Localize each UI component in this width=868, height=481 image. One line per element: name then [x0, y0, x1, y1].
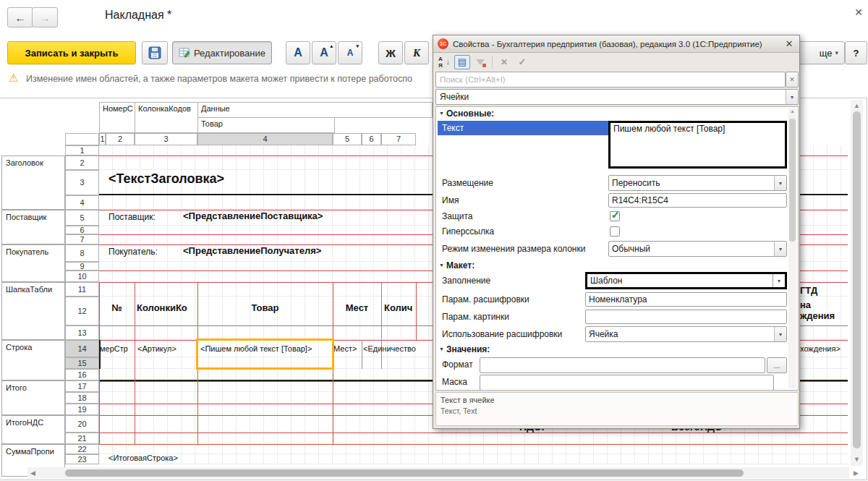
scope-combo[interactable]: Ячейки	[435, 89, 799, 105]
header-cell-country-frag2[interactable]: ждения	[800, 310, 835, 321]
property-col-resize-label[interactable]: Режим изменения размера колонки	[442, 241, 585, 257]
chevron-down-icon[interactable]	[786, 90, 798, 104]
header-cell-country-frag1[interactable]: на	[800, 299, 811, 310]
row-header-cell[interactable]: 16	[65, 369, 99, 380]
column-header-cell[interactable]: 5	[333, 133, 362, 145]
picture-param-input[interactable]	[585, 310, 787, 324]
row-header-cell[interactable]: 12	[65, 297, 99, 325]
section-label[interactable]: Поставщик	[1, 210, 65, 244]
property-picture-param-label[interactable]: Парам. картинки	[442, 309, 509, 325]
chevron-down-icon[interactable]	[774, 176, 786, 190]
properties-scrollbar-thumb[interactable]	[789, 119, 796, 242]
properties-scrollbar[interactable]	[788, 108, 796, 388]
row-header-cell[interactable]: 11	[65, 282, 99, 297]
row-cell-artikul[interactable]: <Артикул>	[137, 340, 176, 357]
header-cell-mest[interactable]: Мест	[333, 282, 381, 334]
row-cell-country-frag[interactable]: хождения>	[800, 340, 841, 357]
row-header-cell[interactable]: 8	[65, 244, 99, 262]
column-header-cell[interactable]: 3	[135, 133, 197, 145]
nav-forward-button[interactable]	[32, 7, 58, 27]
property-text-label[interactable]: Текст	[438, 121, 608, 135]
row-header-cell[interactable]: 14	[65, 340, 99, 357]
section-label[interactable]: Строка	[1, 340, 65, 380]
format-input[interactable]	[480, 357, 765, 373]
font-increase-button[interactable]: А	[312, 41, 336, 64]
column-header-cell[interactable]: 7	[381, 133, 416, 145]
section-label[interactable]: ШапкаТабли	[1, 282, 65, 340]
section-label[interactable]: ИтогоНДС	[1, 415, 65, 444]
row-header-cell[interactable]: 19	[65, 404, 99, 415]
mask-input[interactable]	[480, 375, 774, 391]
help-button[interactable]: ?	[845, 41, 867, 64]
search-clear-button[interactable]	[786, 72, 799, 88]
row-header-cell[interactable]: 4	[65, 195, 99, 210]
chevron-down-icon[interactable]	[774, 327, 786, 341]
column-header-cell[interactable]: 1	[99, 133, 106, 145]
row-header-cell[interactable]: 3	[65, 170, 99, 195]
row-cell-unit-frag[interactable]: <Единичество	[363, 340, 416, 357]
property-detail-param-label[interactable]: Парам. расшифровки	[442, 291, 529, 307]
scroll-left-icon[interactable]	[30, 469, 35, 477]
named-column-area[interactable]: Данные	[197, 102, 433, 118]
font-decrease-button[interactable]: А	[338, 41, 362, 64]
scroll-right-icon[interactable]	[854, 469, 859, 477]
save-button[interactable]	[142, 41, 168, 64]
filter-icon[interactable]	[472, 55, 488, 69]
detail-param-input[interactable]: Номенклатура	[585, 292, 787, 307]
italic-button[interactable]: К	[404, 41, 429, 64]
categories-view-icon[interactable]	[454, 55, 470, 69]
property-format-label[interactable]: Формат	[442, 357, 473, 373]
name-input[interactable]: R14C4:R15C4	[608, 193, 787, 208]
header-cell-tovar[interactable]: Товар	[197, 282, 333, 334]
property-protection-label[interactable]: Защита	[442, 208, 473, 224]
cell-title[interactable]: <ТекстЗаголовка>	[109, 171, 224, 187]
group-main[interactable]: Основные:	[439, 108, 494, 119]
row-header-cell[interactable]: 22	[65, 444, 99, 454]
save-and-close-button[interactable]: Записать и закрыть	[7, 41, 136, 64]
property-detail-use-label[interactable]: Использование расшифровки	[442, 326, 562, 342]
column-header-cell[interactable]: 6	[362, 133, 381, 145]
detail-use-combo[interactable]: Ячейка	[585, 326, 787, 342]
property-placement-label[interactable]: Размещение	[442, 175, 493, 191]
column-header-cell[interactable]: 4	[197, 133, 333, 145]
sort-alphabetical-icon[interactable]: АЯ↓	[436, 55, 452, 69]
nav-back-button[interactable]	[7, 7, 33, 27]
scroll-down-icon[interactable]	[854, 456, 860, 463]
format-more-button[interactable]: ...	[767, 357, 787, 373]
chevron-down-icon[interactable]	[773, 274, 785, 287]
bold-button[interactable]: Ж	[378, 41, 403, 64]
row-header-cell[interactable]: 20	[65, 415, 99, 433]
row-header-cell[interactable]: 1	[65, 145, 99, 156]
row-header-cell[interactable]: 21	[65, 433, 99, 444]
text-value-editor[interactable]: Пишем любой текст [Товар]	[608, 121, 787, 169]
window-close-button[interactable]	[852, 6, 865, 19]
fill-combo[interactable]: Шаблон	[585, 272, 787, 289]
font-button[interactable]: А	[286, 41, 310, 64]
scroll-up-icon[interactable]	[788, 108, 796, 114]
row-header-cell[interactable]: 13	[65, 325, 99, 340]
hyperlink-checkbox[interactable]	[610, 226, 620, 237]
row-header-cell[interactable]: 7	[65, 234, 99, 244]
cell-total-row[interactable]: <ИтоговаяСтрока>	[109, 454, 178, 462]
horizontal-scrollbar-thumb[interactable]	[65, 469, 744, 477]
group-layout[interactable]: Макет:	[439, 260, 475, 271]
dialog-close-button[interactable]	[783, 38, 795, 50]
row-header-cell[interactable]: 17	[65, 380, 99, 392]
section-label[interactable]: Покупатель	[1, 244, 65, 282]
row-header-cell[interactable]: 10	[65, 271, 99, 282]
cell-supplier-label[interactable]: Поставщик:	[109, 212, 156, 222]
named-column-area[interactable]: КолонкаКодов	[135, 102, 198, 133]
scroll-up-icon[interactable]	[854, 102, 860, 109]
vertical-scrollbar-thumb[interactable]	[853, 111, 861, 448]
apply-icon[interactable]	[514, 55, 530, 69]
property-fill-label[interactable]: Заполнение	[442, 273, 490, 289]
property-name-label[interactable]: Имя	[442, 192, 459, 208]
section-label[interactable]: Заголовок	[1, 156, 65, 210]
header-cell-qty[interactable]: Колич	[384, 282, 412, 334]
chevron-down-icon[interactable]	[774, 242, 786, 256]
placement-combo[interactable]: Переносить	[608, 175, 787, 191]
header-cell-codes[interactable]: КолонкиКо	[137, 282, 196, 334]
cell-buyer-value[interactable]: <ПредставлениеПолучателя>	[183, 245, 321, 256]
row-header-cell[interactable]: 18	[65, 392, 99, 404]
column-header-cell[interactable]: 2	[106, 133, 135, 145]
